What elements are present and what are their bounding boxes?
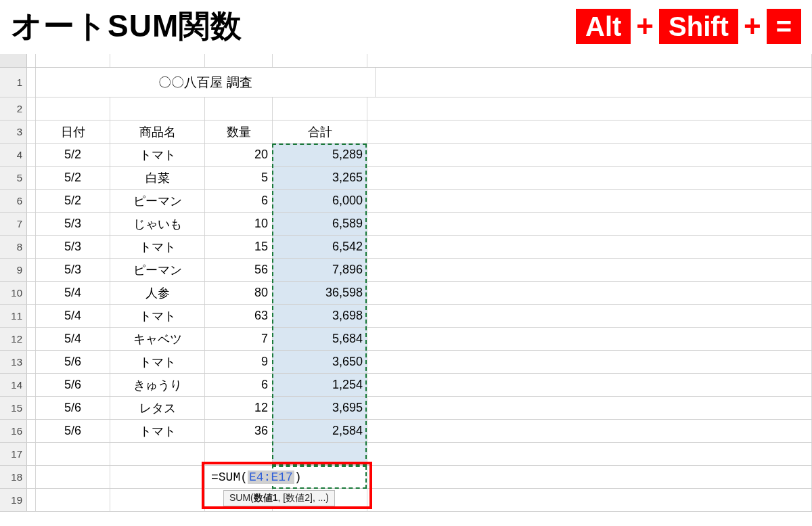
column-header-product[interactable]: 商品名 [110,120,205,143]
cell[interactable] [110,489,205,511]
cell-date[interactable]: 5/4 [36,305,110,327]
cell-sum[interactable]: 7,896 [273,259,367,281]
column-header-date[interactable]: 日付 [36,120,110,143]
cell-sum[interactable]: 2,584 [273,420,367,442]
cell[interactable] [367,144,812,166]
sheet-title-cell[interactable]: 〇〇八百屋 調査 [36,68,376,97]
cell[interactable] [27,305,36,327]
cell[interactable] [367,351,812,373]
cell[interactable] [367,167,812,189]
cell[interactable] [367,397,812,419]
cell-date[interactable]: 5/4 [36,328,110,350]
cell-qty[interactable]: 36 [205,420,273,442]
row-header[interactable]: 10 [0,282,27,304]
cell-product[interactable]: トマト [110,236,205,258]
spreadsheet[interactable]: 1 〇〇八百屋 調査 2 3 日付 商品名 数量 合計 45/2トマト205,2… [0,54,812,526]
cell-qty[interactable]: 63 [205,305,273,327]
cell-product[interactable]: トマト [110,420,205,442]
cell-sum[interactable]: 5,684 [273,328,367,350]
cell[interactable] [27,167,36,189]
cell[interactable] [367,489,812,511]
cell[interactable] [376,68,812,97]
cell-qty[interactable]: 9 [205,351,273,373]
cell[interactable] [367,374,812,396]
cell-date[interactable]: 5/2 [36,167,110,189]
cell-sum[interactable]: 3,695 [273,397,367,419]
cell[interactable] [367,466,812,488]
row-header[interactable]: 13 [0,351,27,373]
cell-date[interactable]: 5/2 [36,190,110,212]
cell[interactable] [27,328,36,350]
cell-qty[interactable]: 56 [205,259,273,281]
row-header[interactable]: 15 [0,397,27,419]
cell[interactable] [110,443,205,465]
cell[interactable] [36,466,110,488]
row-header[interactable]: 5 [0,167,27,189]
cell-sum[interactable]: 3,650 [273,351,367,373]
cell[interactable] [27,282,36,304]
row-header[interactable]: 3 [0,120,27,143]
cell-product[interactable]: トマト [110,351,205,373]
cell-product[interactable]: 白菜 [110,167,205,189]
row-header[interactable]: 19 [0,489,27,511]
column-header-sum[interactable]: 合計 [273,120,367,143]
row-header[interactable]: 8 [0,236,27,258]
cell-product[interactable]: じゃいも [110,213,205,235]
cell[interactable] [273,97,367,120]
cell-qty[interactable]: 6 [205,190,273,212]
cell[interactable] [110,97,205,120]
cell[interactable] [27,374,36,396]
cell-date[interactable]: 5/3 [36,213,110,235]
cell-date[interactable]: 5/6 [36,351,110,373]
cell[interactable] [36,97,110,120]
cell-qty[interactable]: 7 [205,328,273,350]
cell-product[interactable]: トマト [110,144,205,166]
cell[interactable] [110,466,205,488]
column-header-qty[interactable]: 数量 [205,120,273,143]
cell[interactable] [36,489,110,511]
cell-product[interactable]: キャベツ [110,328,205,350]
cell-product[interactable]: 人参 [110,282,205,304]
cell-qty[interactable]: 20 [205,144,273,166]
row-header[interactable]: 9 [0,259,27,281]
cell-qty[interactable]: 5 [205,167,273,189]
cell[interactable] [367,282,812,304]
cell-date[interactable]: 5/6 [36,420,110,442]
row-header[interactable]: 6 [0,190,27,212]
cell-product[interactable]: レタス [110,397,205,419]
cell-product[interactable]: きゅうり [110,374,205,396]
row-header[interactable]: 18 [0,466,27,488]
cell[interactable] [367,236,812,258]
cell[interactable] [367,259,812,281]
cell[interactable] [27,443,36,465]
row-header[interactable]: 14 [0,374,27,396]
row-header[interactable]: 2 [0,97,27,120]
cell[interactable] [367,443,812,465]
cell[interactable] [27,351,36,373]
select-all-corner[interactable] [0,54,27,67]
cell[interactable] [27,190,36,212]
cell[interactable] [367,190,812,212]
row-header[interactable]: 16 [0,420,27,442]
cell[interactable] [27,397,36,419]
cell-date[interactable]: 5/3 [36,259,110,281]
cell[interactable] [367,213,812,235]
cell-date[interactable]: 5/6 [36,397,110,419]
cell[interactable] [27,68,36,97]
row-header[interactable]: 11 [0,305,27,327]
cell-sum[interactable]: 3,698 [273,305,367,327]
cell[interactable] [27,489,36,511]
cell-product[interactable]: ピーマン [110,259,205,281]
cell-sum[interactable]: 6,000 [273,190,367,212]
cell-date[interactable]: 5/4 [36,282,110,304]
row-header[interactable]: 7 [0,213,27,235]
cell[interactable] [27,236,36,258]
cell[interactable] [367,120,812,143]
cell[interactable] [367,97,812,120]
cell[interactable] [27,213,36,235]
cell[interactable] [27,97,36,120]
cell-sum[interactable]: 6,542 [273,236,367,258]
row-header[interactable]: 4 [0,144,27,166]
formula-input[interactable]: =SUM( E4:E17 ) [208,468,304,486]
row-header[interactable]: 1 [0,68,27,97]
